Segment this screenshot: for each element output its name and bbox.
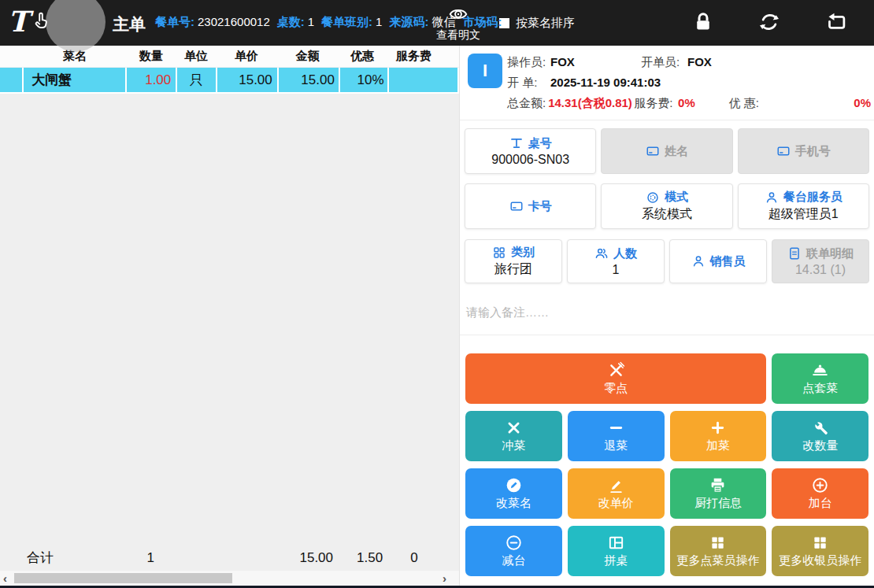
info-button-head: 销售员 — [691, 254, 746, 269]
info-button-手机号: 手机号 — [738, 128, 869, 174]
total-cell: 合计 — [24, 547, 125, 569]
minus-circle-icon — [505, 534, 523, 552]
order-field-value: 23021600012 — [198, 15, 270, 30]
info-button-label: 联单明细 — [806, 246, 854, 261]
action-button-加台[interactable]: 加台 — [772, 468, 868, 519]
summary-line-opentime: 开 单: 2025-11-19 09:41:03 — [507, 72, 871, 93]
column-header: 服务费 — [387, 45, 459, 67]
x-icon — [505, 419, 523, 437]
total-cell: 1 — [125, 547, 176, 569]
summary-line-amounts: 总金额: 14.31(含税0.81) 服务费: 0% 优 惠: 0% — [507, 93, 871, 113]
total-amount-label: 总金额: — [507, 93, 548, 113]
action-button-label: 退菜 — [604, 438, 628, 453]
row-cell — [0, 68, 22, 92]
order-field-label: 桌数: — [277, 15, 305, 30]
info-button-label: 销售员 — [710, 254, 746, 269]
hand-pointer-icon — [31, 11, 50, 33]
info-button-value: 14.31 (1) — [795, 263, 846, 277]
total-cell — [215, 547, 276, 569]
total-cell: 0 — [385, 547, 459, 569]
action-button-改单价[interactable]: 改单价 — [568, 468, 665, 519]
info-button-模式[interactable]: 模式系统模式 — [601, 183, 732, 229]
table-split-icon — [607, 534, 625, 552]
action-button-label: 改单价 — [598, 496, 634, 511]
refresh-button[interactable] — [757, 10, 781, 37]
action-button-厨打信息[interactable]: 厨打信息 — [670, 468, 767, 519]
action-button-label: 拼桌 — [604, 553, 628, 568]
info-button-餐台服务员[interactable]: 餐台服务员超级管理员1 — [738, 183, 869, 229]
info-button-value: 超级管理员1 — [768, 206, 839, 223]
action-button-减台[interactable]: 减台 — [465, 526, 562, 576]
order-table-row-selected[interactable]: 大闸蟹1.00只15.0015.0010% — [0, 68, 459, 94]
row-cell: 15.00 — [279, 68, 339, 92]
service-fee-value: 0% — [678, 93, 728, 113]
action-button-零点[interactable]: 零点 — [465, 353, 766, 404]
scroll-right-arrow[interactable]: › — [443, 571, 446, 586]
action-button-label: 点套菜 — [802, 381, 838, 396]
action-button-label: 冲菜 — [502, 438, 525, 453]
action-button-更多点菜员操作[interactable]: 更多点菜员操作 — [670, 526, 767, 576]
row-cell: 10% — [340, 68, 387, 92]
info-button-head: 模式 — [646, 190, 688, 205]
column-header: 数量 — [126, 45, 176, 67]
operator-label: 操作员: — [507, 52, 550, 72]
column-header: 单位 — [176, 45, 216, 67]
operator-value: FOX — [550, 52, 641, 72]
row-cell: 15.00 — [217, 68, 277, 92]
top-bar: T 主单 餐单号:23021600012桌数:1餐单班别:1来源码:微信市场码:… — [0, 0, 874, 46]
action-button-加菜[interactable]: 加菜 — [670, 411, 767, 461]
grid-squares-icon — [709, 534, 727, 552]
action-button-退菜[interactable]: 退菜 — [568, 411, 665, 461]
grid-squares-icon — [811, 534, 829, 552]
action-button-更多收银员操作[interactable]: 更多收银员操作 — [772, 526, 868, 576]
info-button-联单明细: 联单明细14.31 (1) — [772, 239, 869, 283]
summary-divider — [460, 120, 874, 120]
sort-by-name-control: 按菜名排序 — [499, 16, 575, 31]
action-button-改菜名[interactable]: 改菜名 — [465, 468, 562, 519]
view-plaintext-button[interactable]: 查看明文 — [429, 4, 487, 43]
column-header: 优惠 — [338, 45, 386, 67]
card-icon — [776, 144, 791, 158]
info-button-卡号[interactable]: 卡号 — [465, 183, 596, 229]
info-button-row-3: 类别旅行团人数1销售员联单明细14.31 (1) — [465, 239, 869, 283]
info-button-label: 卡号 — [528, 199, 552, 214]
info-button-value: 1 — [613, 263, 620, 277]
page-title: 主单 — [113, 13, 146, 35]
info-button-head: 类别 — [492, 245, 535, 260]
info-button-head: 联单明细 — [787, 246, 854, 261]
mode-icon — [646, 190, 660, 205]
action-button-label: 改数量 — [802, 438, 838, 453]
plus-icon — [709, 419, 727, 437]
scrollbar-thumb[interactable] — [14, 573, 232, 583]
info-button-label: 类别 — [511, 245, 535, 260]
action-button-拼桌[interactable]: 拼桌 — [568, 526, 665, 576]
order-summary: 操作员: FOX 开单员: FOX 开 单: 2025-11-19 09:41:… — [507, 52, 871, 113]
info-button-类别[interactable]: 类别旅行团 — [465, 239, 562, 283]
info-button-销售员[interactable]: 销售员 — [669, 239, 767, 283]
horizontal-scrollbar[interactable]: ‹ › — [0, 571, 459, 586]
back-button[interactable] — [824, 10, 848, 37]
action-button-改数量[interactable]: 改数量 — [772, 411, 868, 461]
action-button-label: 更多收银员操作 — [779, 553, 861, 568]
order-table-total-row: 合计115.001.500 — [0, 547, 459, 569]
printer-icon — [709, 476, 727, 494]
scroll-left-arrow[interactable]: ‹ — [3, 571, 7, 586]
info-button-value: 900006-SN03 — [491, 153, 569, 167]
eye-icon — [448, 13, 468, 27]
info-button-桌号[interactable]: 桌号900006-SN03 — [465, 128, 596, 174]
info-button-row-1: 桌号900006-SN03姓名手机号 — [465, 128, 869, 174]
lock-button[interactable] — [691, 10, 715, 37]
plus-circle-icon — [811, 476, 829, 494]
info-button-label: 人数 — [613, 246, 637, 261]
info-button-label: 姓名 — [665, 144, 688, 159]
remark-input[interactable]: 请输入备注…… — [466, 301, 860, 324]
action-button-点套菜[interactable]: 点套菜 — [772, 353, 868, 404]
info-button-人数[interactable]: 人数1 — [567, 239, 665, 283]
action-button-冲菜[interactable]: 冲菜 — [465, 411, 562, 461]
order-field: 餐单号:23021600012 — [155, 15, 270, 30]
action-button-label: 减台 — [502, 553, 525, 568]
total-amount-value: 14.31(含税0.81) — [548, 93, 634, 113]
row-cell: 只 — [177, 68, 215, 92]
opener-value: FOX — [687, 52, 712, 72]
touch-ripple — [46, 0, 106, 52]
